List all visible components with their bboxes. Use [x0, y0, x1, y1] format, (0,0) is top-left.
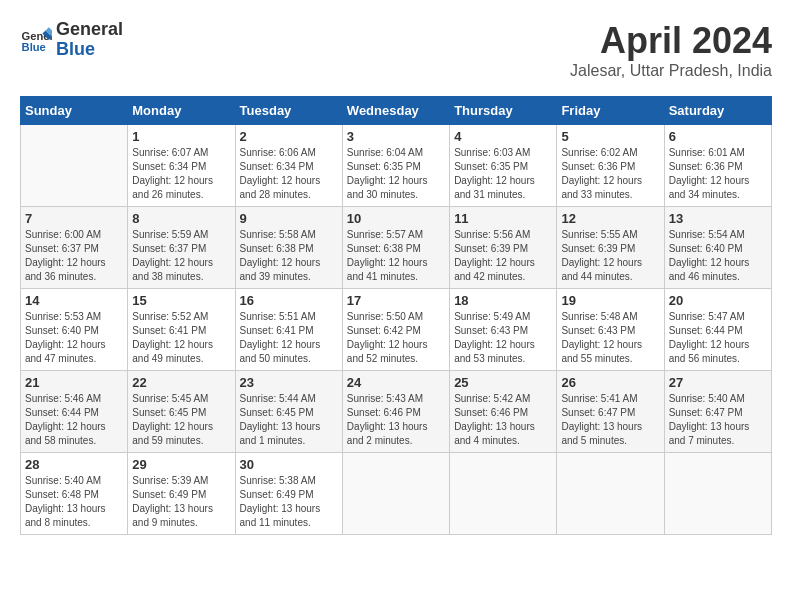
day-info: Sunrise: 6:00 AMSunset: 6:37 PMDaylight:… [25, 228, 123, 284]
calendar-cell: 5Sunrise: 6:02 AMSunset: 6:36 PMDaylight… [557, 125, 664, 207]
calendar-week-4: 21Sunrise: 5:46 AMSunset: 6:44 PMDayligh… [21, 371, 772, 453]
calendar-cell: 7Sunrise: 6:00 AMSunset: 6:37 PMDaylight… [21, 207, 128, 289]
calendar-cell: 15Sunrise: 5:52 AMSunset: 6:41 PMDayligh… [128, 289, 235, 371]
calendar-cell: 21Sunrise: 5:46 AMSunset: 6:44 PMDayligh… [21, 371, 128, 453]
day-number: 21 [25, 375, 123, 390]
calendar-cell: 10Sunrise: 5:57 AMSunset: 6:38 PMDayligh… [342, 207, 449, 289]
calendar-cell: 30Sunrise: 5:38 AMSunset: 6:49 PMDayligh… [235, 453, 342, 535]
day-info: Sunrise: 5:56 AMSunset: 6:39 PMDaylight:… [454, 228, 552, 284]
calendar-cell: 1Sunrise: 6:07 AMSunset: 6:34 PMDaylight… [128, 125, 235, 207]
calendar-cell: 8Sunrise: 5:59 AMSunset: 6:37 PMDaylight… [128, 207, 235, 289]
day-info: Sunrise: 6:07 AMSunset: 6:34 PMDaylight:… [132, 146, 230, 202]
day-number: 15 [132, 293, 230, 308]
day-number: 7 [25, 211, 123, 226]
day-info: Sunrise: 6:01 AMSunset: 6:36 PMDaylight:… [669, 146, 767, 202]
day-info: Sunrise: 5:57 AMSunset: 6:38 PMDaylight:… [347, 228, 445, 284]
day-info: Sunrise: 5:42 AMSunset: 6:46 PMDaylight:… [454, 392, 552, 448]
day-number: 16 [240, 293, 338, 308]
day-info: Sunrise: 6:02 AMSunset: 6:36 PMDaylight:… [561, 146, 659, 202]
logo-text: GeneralBlue [56, 20, 123, 60]
calendar-cell: 26Sunrise: 5:41 AMSunset: 6:47 PMDayligh… [557, 371, 664, 453]
day-number: 22 [132, 375, 230, 390]
calendar-cell: 28Sunrise: 5:40 AMSunset: 6:48 PMDayligh… [21, 453, 128, 535]
calendar-cell: 11Sunrise: 5:56 AMSunset: 6:39 PMDayligh… [450, 207, 557, 289]
day-number: 13 [669, 211, 767, 226]
calendar-cell: 20Sunrise: 5:47 AMSunset: 6:44 PMDayligh… [664, 289, 771, 371]
day-info: Sunrise: 5:51 AMSunset: 6:41 PMDaylight:… [240, 310, 338, 366]
day-info: Sunrise: 5:39 AMSunset: 6:49 PMDaylight:… [132, 474, 230, 530]
day-number: 17 [347, 293, 445, 308]
day-number: 26 [561, 375, 659, 390]
logo: General Blue GeneralBlue [20, 20, 123, 60]
month-title: April 2024 [570, 20, 772, 62]
calendar-header-row: SundayMondayTuesdayWednesdayThursdayFrid… [21, 97, 772, 125]
day-number: 18 [454, 293, 552, 308]
calendar-cell: 19Sunrise: 5:48 AMSunset: 6:43 PMDayligh… [557, 289, 664, 371]
calendar-week-3: 14Sunrise: 5:53 AMSunset: 6:40 PMDayligh… [21, 289, 772, 371]
day-number: 24 [347, 375, 445, 390]
day-number: 10 [347, 211, 445, 226]
day-info: Sunrise: 5:55 AMSunset: 6:39 PMDaylight:… [561, 228, 659, 284]
day-header-sunday: Sunday [21, 97, 128, 125]
day-info: Sunrise: 5:44 AMSunset: 6:45 PMDaylight:… [240, 392, 338, 448]
calendar-cell [21, 125, 128, 207]
day-number: 1 [132, 129, 230, 144]
calendar-cell: 24Sunrise: 5:43 AMSunset: 6:46 PMDayligh… [342, 371, 449, 453]
calendar-week-1: 1Sunrise: 6:07 AMSunset: 6:34 PMDaylight… [21, 125, 772, 207]
calendar-week-5: 28Sunrise: 5:40 AMSunset: 6:48 PMDayligh… [21, 453, 772, 535]
calendar-cell [557, 453, 664, 535]
day-header-thursday: Thursday [450, 97, 557, 125]
day-number: 2 [240, 129, 338, 144]
day-info: Sunrise: 6:03 AMSunset: 6:35 PMDaylight:… [454, 146, 552, 202]
day-number: 9 [240, 211, 338, 226]
day-header-monday: Monday [128, 97, 235, 125]
day-info: Sunrise: 5:53 AMSunset: 6:40 PMDaylight:… [25, 310, 123, 366]
day-number: 5 [561, 129, 659, 144]
day-info: Sunrise: 5:50 AMSunset: 6:42 PMDaylight:… [347, 310, 445, 366]
calendar-cell [664, 453, 771, 535]
svg-text:Blue: Blue [22, 41, 46, 53]
calendar-cell: 13Sunrise: 5:54 AMSunset: 6:40 PMDayligh… [664, 207, 771, 289]
day-header-wednesday: Wednesday [342, 97, 449, 125]
day-number: 14 [25, 293, 123, 308]
calendar-cell: 3Sunrise: 6:04 AMSunset: 6:35 PMDaylight… [342, 125, 449, 207]
day-header-tuesday: Tuesday [235, 97, 342, 125]
day-number: 29 [132, 457, 230, 472]
day-info: Sunrise: 5:38 AMSunset: 6:49 PMDaylight:… [240, 474, 338, 530]
day-info: Sunrise: 5:43 AMSunset: 6:46 PMDaylight:… [347, 392, 445, 448]
day-number: 25 [454, 375, 552, 390]
calendar-cell: 27Sunrise: 5:40 AMSunset: 6:47 PMDayligh… [664, 371, 771, 453]
calendar-cell: 25Sunrise: 5:42 AMSunset: 6:46 PMDayligh… [450, 371, 557, 453]
location: Jalesar, Uttar Pradesh, India [570, 62, 772, 80]
day-number: 27 [669, 375, 767, 390]
day-number: 6 [669, 129, 767, 144]
day-number: 28 [25, 457, 123, 472]
day-number: 30 [240, 457, 338, 472]
day-number: 8 [132, 211, 230, 226]
day-number: 11 [454, 211, 552, 226]
day-info: Sunrise: 5:54 AMSunset: 6:40 PMDaylight:… [669, 228, 767, 284]
day-info: Sunrise: 5:40 AMSunset: 6:48 PMDaylight:… [25, 474, 123, 530]
calendar-cell: 18Sunrise: 5:49 AMSunset: 6:43 PMDayligh… [450, 289, 557, 371]
day-info: Sunrise: 5:46 AMSunset: 6:44 PMDaylight:… [25, 392, 123, 448]
day-info: Sunrise: 5:59 AMSunset: 6:37 PMDaylight:… [132, 228, 230, 284]
page-header: General Blue GeneralBlue April 2024 Jale… [20, 20, 772, 80]
day-number: 12 [561, 211, 659, 226]
day-header-saturday: Saturday [664, 97, 771, 125]
calendar-cell: 16Sunrise: 5:51 AMSunset: 6:41 PMDayligh… [235, 289, 342, 371]
day-info: Sunrise: 5:40 AMSunset: 6:47 PMDaylight:… [669, 392, 767, 448]
day-number: 19 [561, 293, 659, 308]
day-info: Sunrise: 5:58 AMSunset: 6:38 PMDaylight:… [240, 228, 338, 284]
calendar-cell: 22Sunrise: 5:45 AMSunset: 6:45 PMDayligh… [128, 371, 235, 453]
day-info: Sunrise: 5:45 AMSunset: 6:45 PMDaylight:… [132, 392, 230, 448]
day-info: Sunrise: 5:48 AMSunset: 6:43 PMDaylight:… [561, 310, 659, 366]
title-area: April 2024 Jalesar, Uttar Pradesh, India [570, 20, 772, 80]
calendar-table: SundayMondayTuesdayWednesdayThursdayFrid… [20, 96, 772, 535]
day-number: 4 [454, 129, 552, 144]
day-number: 20 [669, 293, 767, 308]
calendar-cell [342, 453, 449, 535]
day-info: Sunrise: 6:06 AMSunset: 6:34 PMDaylight:… [240, 146, 338, 202]
day-info: Sunrise: 6:04 AMSunset: 6:35 PMDaylight:… [347, 146, 445, 202]
day-info: Sunrise: 5:41 AMSunset: 6:47 PMDaylight:… [561, 392, 659, 448]
logo-icon: General Blue [20, 24, 52, 56]
